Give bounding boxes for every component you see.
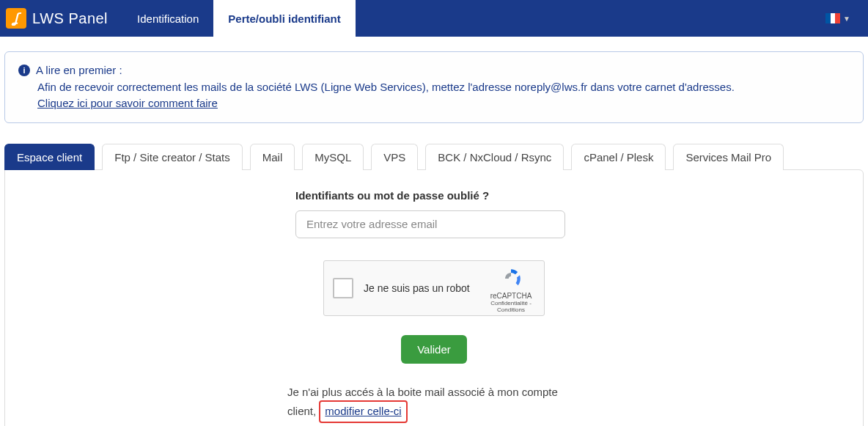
- recaptcha-brand: reCAPTCHA: [485, 292, 537, 300]
- tab-mysql[interactable]: MySQL: [302, 144, 364, 170]
- no-access-text: Je n'ai plus accés à la boite mail assoc…: [287, 384, 581, 423]
- content-panel: Identifiants ou mot de passe oublié ? Je…: [4, 169, 864, 427]
- tab-espace-client[interactable]: Espace client: [4, 144, 95, 170]
- service-tabs: Espace client Ftp / Site creator / Stats…: [4, 144, 864, 170]
- form-label: Identifiants ou mot de passe oublié ?: [295, 189, 573, 202]
- tab-mail[interactable]: Mail: [250, 144, 295, 170]
- language-selector[interactable]: ▼: [825, 13, 862, 23]
- tab-ftp[interactable]: Ftp / Site creator / Stats: [102, 144, 243, 170]
- recaptcha-icon: [499, 267, 523, 290]
- tab-services-mail-pro[interactable]: Services Mail Pro: [673, 144, 784, 170]
- tab-vps[interactable]: VPS: [371, 144, 418, 170]
- logo-text: LWS Panel: [32, 10, 108, 27]
- tab-bck[interactable]: BCK / NxCloud / Rsync: [425, 144, 564, 170]
- modify-email-link[interactable]: modifier celle-ci: [319, 400, 407, 423]
- nav-tab-perte[interactable]: Perte/oubli identifiant: [213, 0, 355, 37]
- flag-icon: [825, 13, 840, 23]
- nav-tab-identification[interactable]: Identification: [122, 0, 213, 37]
- recaptcha-links[interactable]: Confidentialité - Conditions: [485, 300, 537, 313]
- info-link[interactable]: Cliquez ici pour savoir comment faire: [37, 97, 218, 109]
- info-icon: i: [18, 65, 30, 76]
- navbar: ʆ LWS Panel Identification Perte/oubli i…: [0, 0, 868, 37]
- recaptcha-checkbox[interactable]: [333, 278, 353, 298]
- tab-cpanel[interactable]: cPanel / Plesk: [571, 144, 666, 170]
- submit-button[interactable]: Valider: [401, 335, 467, 364]
- info-body: Afin de recevoir correctement les mails …: [18, 79, 850, 96]
- info-title: A lire en premier :: [36, 62, 122, 79]
- info-box: i A lire en premier : Afin de recevoir c…: [4, 51, 864, 123]
- recaptcha: Je ne suis pas un robot reCAPTCHA Confid…: [323, 260, 545, 316]
- logo[interactable]: ʆ LWS Panel: [6, 8, 108, 29]
- recaptcha-label: Je ne suis pas un robot: [364, 282, 470, 294]
- nav-tabs: Identification Perte/oubli identifiant: [122, 0, 356, 37]
- logo-icon: ʆ: [6, 8, 26, 29]
- email-input[interactable]: [295, 210, 565, 238]
- caret-down-icon: ▼: [843, 15, 850, 23]
